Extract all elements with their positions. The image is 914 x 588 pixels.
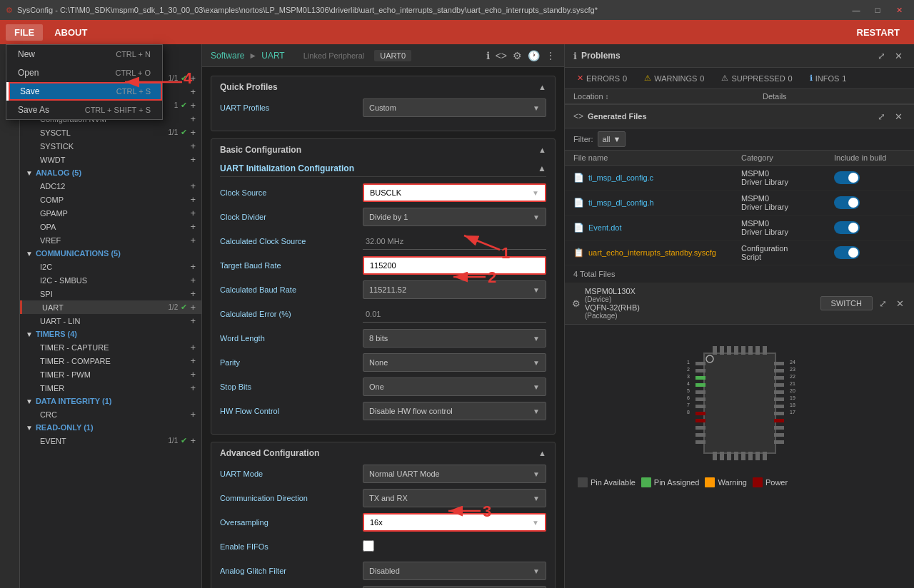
restart-button[interactable]: RESTART [848, 24, 908, 41]
file-menu[interactable]: FILE [6, 24, 43, 41]
minimize-button[interactable]: — [847, 2, 865, 18]
tree-item-systick[interactable]: SYSTICK+ [20, 139, 201, 153]
tree-item-i2c[interactable]: I2C+ [20, 260, 201, 273]
tree-item-sysctl[interactable]: SYSCTL1/1✔+ [20, 126, 201, 139]
file-save-label: Save [20, 86, 39, 96]
parity-value: None ▼ [363, 353, 546, 372]
tree-item-event[interactable]: EVENT1/1✔+ [20, 434, 201, 447]
svg-rect-12 [720, 452, 724, 460]
uart-init-config-header: UART Initialization Configuration ▲ [220, 161, 546, 177]
tree-item-timer-capture[interactable]: TIMER - CAPTURE+ [20, 340, 201, 354]
group-read-only-label: READ-ONLY (1) [36, 423, 196, 432]
tree-item-spi[interactable]: SPI+ [20, 287, 201, 300]
toggle-ti-config-h[interactable] [834, 196, 860, 209]
breadcrumb-uart[interactable]: UART [261, 51, 284, 61]
svg-text:21: 21 [790, 381, 795, 386]
enable-fifos-checkbox[interactable] [363, 540, 374, 552]
about-menu[interactable]: ABOUT [46, 24, 96, 41]
target-baud-input[interactable] [363, 256, 546, 275]
tree-item-timer[interactable]: TIMER+ [20, 381, 201, 395]
breadcrumb-software[interactable]: Software [211, 51, 244, 61]
close-button[interactable]: ✕ [890, 2, 908, 18]
tab-infos[interactable]: ℹ INFOS 1 [803, 71, 853, 86]
maximize-button[interactable]: □ [868, 2, 887, 18]
toggle-event-dot[interactable] [834, 221, 860, 234]
tree-item-wwdt[interactable]: WWDT+ [20, 153, 201, 166]
toggle-syscfg[interactable] [834, 246, 860, 259]
group-data-integrity-header[interactable]: ▼ DATA INTEGRITY (1) [20, 395, 201, 407]
tree-item-opa[interactable]: OPA+ [20, 220, 201, 233]
uart-mode-value: Normal UART Mode ▼ [363, 465, 546, 483]
uart-profiles-select[interactable]: Custom ▼ [363, 98, 546, 117]
clock-divider-select[interactable]: Divide by 1 ▼ [363, 208, 546, 226]
tree-item-adc12[interactable]: ADC12+ [20, 179, 201, 193]
file-name-ti-config-c[interactable]: ti_msp_dl_config.c [588, 173, 741, 182]
tab-suppressed[interactable]: ⚠ SUPPRESSED 0 [715, 71, 798, 86]
file-name-event-dot[interactable]: Event.dot [588, 223, 741, 232]
tree-item-vref[interactable]: VREF+ [20, 233, 201, 247]
quick-profiles-header[interactable]: Quick Profiles ▲ [211, 76, 555, 98]
file-save[interactable]: Save CTRL + S [6, 82, 162, 101]
calc-clock-input [363, 233, 546, 250]
app-icon: ⚙ [6, 6, 13, 15]
parity-select[interactable]: None ▼ [363, 353, 546, 372]
oversampling-select[interactable]: 16x ▼ [363, 513, 546, 532]
analog-glitch-select[interactable]: Disabled ▼ [363, 562, 546, 580]
problems-close-icon[interactable]: ✕ [891, 49, 905, 63]
history-icon[interactable]: 🕐 [528, 50, 540, 61]
tree-item-gpamp[interactable]: GPAMP+ [20, 206, 201, 220]
code-icon[interactable]: <> [496, 50, 507, 61]
files-filter-select[interactable]: all ▼ [598, 131, 626, 147]
file-new[interactable]: New CTRL + N [6, 45, 162, 64]
group-communications: ▼ COMMUNICATIONS (5) I2C+ I2C - SMBUS+ S… [20, 247, 201, 328]
uart-init-config-collapse[interactable]: ▲ [538, 163, 546, 173]
svg-text:23: 23 [790, 367, 795, 372]
problems-expand-icon[interactable]: ⤢ [874, 49, 888, 63]
settings-icon[interactable]: ⚙ [513, 50, 522, 61]
tree-item-uart[interactable]: UART1/2✔+ [20, 300, 201, 314]
group-communications-header[interactable]: ▼ COMMUNICATIONS (5) [20, 247, 201, 260]
tree-item-uart-lin[interactable]: UART - LIN+ [20, 314, 201, 328]
group-read-only-header[interactable]: ▼ READ-ONLY (1) [20, 421, 201, 434]
details-col: Details [763, 92, 905, 101]
uart-profiles-value: Custom ▼ [363, 98, 546, 117]
tree-item-timer-pwm[interactable]: TIMER - PWM+ [20, 368, 201, 381]
file-open-label: Open [18, 68, 39, 78]
more-icon[interactable]: ⋮ [546, 50, 556, 61]
tree-item-timer-compare[interactable]: TIMER - COMPARE+ [20, 354, 201, 368]
generated-files-close-icon[interactable]: ✕ [891, 109, 905, 123]
stop-bits-select[interactable]: One ▼ [363, 377, 546, 396]
uart-init-config-title: UART Initialization Configuration [220, 163, 354, 173]
generated-files-expand-icon[interactable]: ⤢ [874, 109, 888, 123]
hw-flow-select[interactable]: Disable HW flow control ▼ [363, 402, 546, 420]
file-save-as[interactable]: Save As CTRL + SHIFT + S [6, 101, 162, 119]
group-timers-header[interactable]: ▼ TIMERS (4) [20, 328, 201, 340]
device-close-icon[interactable]: ✕ [893, 296, 907, 310]
advanced-config-section: Advanced Configuration ▲ UART Mode Norma… [211, 442, 556, 588]
advanced-config-header[interactable]: Advanced Configuration ▲ [211, 442, 555, 464]
comm-dir-row: Communication Direction TX and RX ▼ [220, 488, 546, 508]
uart-profiles-row: UART Profiles Custom ▼ [220, 98, 546, 118]
tree-item-crc[interactable]: CRC+ [20, 407, 201, 421]
file-open[interactable]: Open CTRL + O [6, 64, 162, 82]
word-length-select[interactable]: 8 bits ▼ [363, 329, 546, 348]
tree-item-comp[interactable]: COMP+ [20, 193, 201, 206]
comm-dir-select[interactable]: TX and RX ▼ [363, 489, 546, 507]
clock-source-select[interactable]: BUSCLK ▼ [363, 183, 546, 202]
tab-errors[interactable]: ✕ ERRORS 0 [571, 71, 633, 86]
device-expand-icon[interactable]: ⤢ [875, 296, 890, 310]
toggle-ti-config-c[interactable] [834, 171, 860, 184]
file-name-syscfg[interactable]: uart_echo_interrupts_standby.syscfg [588, 248, 741, 257]
calc-baud-select[interactable]: 115211.52 ▼ [363, 280, 546, 299]
info-icon[interactable]: ℹ [486, 50, 490, 61]
word-length-row: Word Length 8 bits ▼ [220, 328, 546, 348]
svg-rect-27 [695, 419, 705, 422]
uart-mode-select[interactable]: Normal UART Mode ▼ [363, 465, 546, 483]
basic-config-header[interactable]: Basic Configuration ▲ [211, 139, 555, 161]
stop-bits-label: Stop Bits [220, 382, 363, 391]
tree-item-i2c-smbus[interactable]: I2C - SMBUS+ [20, 273, 201, 287]
tab-warnings[interactable]: ⚠ WARNINGS 0 [638, 71, 710, 86]
file-name-ti-config-h[interactable]: ti_msp_dl_config.h [588, 198, 741, 207]
switch-button[interactable]: SWITCH [820, 296, 873, 310]
group-analog-header[interactable]: ▼ ANALOG (5) [20, 166, 201, 179]
